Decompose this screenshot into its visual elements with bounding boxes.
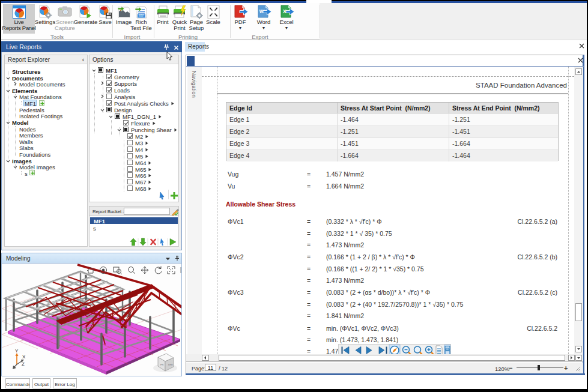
svg-text:X: X [22,354,26,360]
svg-text:Z: Z [22,361,25,367]
svg-text:RHT: RHT [168,363,174,366]
svg-text:RTF: RTF [139,14,144,17]
svg-text:FR: FR [160,363,163,366]
svg-text:Y: Y [15,348,19,354]
